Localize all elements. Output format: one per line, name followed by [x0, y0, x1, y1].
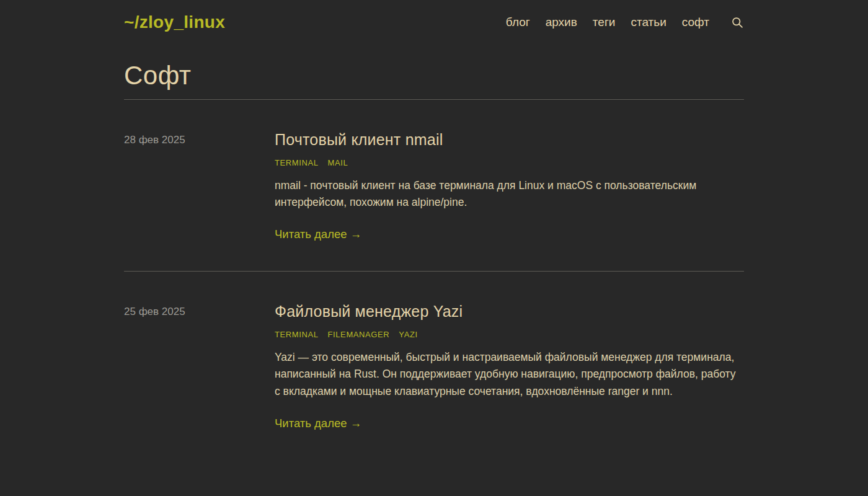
post-tags: TERMINAL FILEMANAGER YAZI: [275, 330, 744, 339]
tag-terminal[interactable]: TERMINAL: [275, 158, 319, 167]
post-title: Почтовый клиент nmail: [275, 131, 744, 149]
main-nav: блог архив теги статьи софт: [506, 16, 744, 29]
tag-yazi[interactable]: YAZI: [399, 330, 417, 339]
read-more-link[interactable]: Читать далее →: [275, 417, 361, 430]
nav-item-blog[interactable]: блог: [506, 16, 530, 29]
post-date: 25 фев 2025: [124, 303, 275, 430]
main-content: Софт 28 фев 2025 Почтовый клиент nmail T…: [124, 61, 744, 460]
post-excerpt: nmail - почтовый клиент на базе терминал…: [275, 177, 737, 211]
post-excerpt: Yazi — это современный, быстрый и настра…: [275, 349, 737, 399]
page-title: Софт: [124, 61, 744, 99]
tag-filemanager[interactable]: FILEMANAGER: [328, 330, 390, 339]
post-title-link[interactable]: Файловый менеджер Yazi: [275, 303, 463, 320]
nav-item-archive[interactable]: архив: [546, 16, 577, 29]
post-item-nmail: 28 фев 2025 Почтовый клиент nmail TERMIN…: [124, 100, 744, 271]
post-body: Файловый менеджер Yazi TERMINAL FILEMANA…: [275, 303, 744, 430]
site-header: ~/zloy_linux блог архив теги статьи софт: [124, 0, 744, 32]
post-date: 28 фев 2025: [124, 131, 275, 241]
post-item-yazi: 25 фев 2025 Файловый менеджер Yazi TERMI…: [124, 272, 744, 459]
search-icon: [731, 16, 744, 29]
tag-mail[interactable]: MAIL: [328, 158, 348, 167]
post-title: Файловый менеджер Yazi: [275, 303, 744, 321]
nav-item-tags[interactable]: теги: [593, 16, 616, 29]
post-title-link[interactable]: Почтовый клиент nmail: [275, 131, 443, 148]
search-button[interactable]: [731, 16, 744, 29]
read-more-link[interactable]: Читать далее →: [275, 228, 361, 241]
nav-item-articles[interactable]: статьи: [631, 16, 666, 29]
site-logo[interactable]: ~/zloy_linux: [124, 12, 225, 32]
tag-terminal[interactable]: TERMINAL: [275, 330, 319, 339]
post-body: Почтовый клиент nmail TERMINAL MAIL nmai…: [275, 131, 744, 241]
post-tags: TERMINAL MAIL: [275, 158, 744, 167]
nav-item-soft[interactable]: софт: [682, 16, 709, 29]
